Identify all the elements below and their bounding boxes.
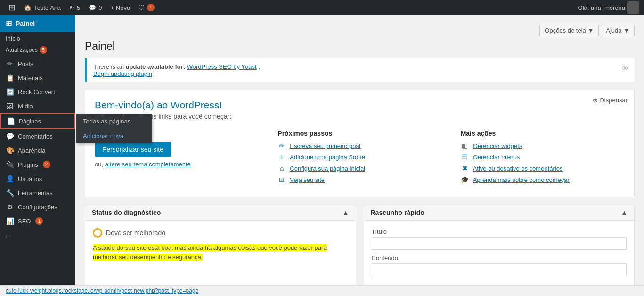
sidebar-item-usuarios[interactable]: 👤 Usuários bbox=[0, 172, 75, 186]
help-button[interactable]: Ajuda ▼ bbox=[601, 25, 635, 36]
seo-label: SEO bbox=[18, 218, 31, 225]
screen-options-button[interactable]: Opções de tela ▼ bbox=[539, 25, 599, 36]
welcome-dismiss-button[interactable]: ⊗ Dispensar bbox=[593, 97, 628, 104]
posts-icon: ✏ bbox=[6, 60, 14, 67]
comentarios-icon: 💬 bbox=[6, 132, 14, 140]
ferramentas-icon: 🔧 bbox=[6, 189, 14, 197]
adminbar-updates[interactable]: ↻ 5 bbox=[65, 0, 84, 15]
view-site-link[interactable]: Veja seu site bbox=[290, 176, 325, 183]
user-avatar[interactable] bbox=[627, 1, 639, 14]
welcome-col-more: Mais ações ▦Gerenciar widgets ☰Gerenciar… bbox=[461, 130, 625, 187]
list-item: ⌂Configura sua página inicial bbox=[277, 164, 441, 172]
sidebar-item-ferramentas[interactable]: 🔧 Ferramentas bbox=[0, 186, 75, 200]
diagnostico-header: Status do diagnóstico ▲ bbox=[85, 205, 356, 221]
rascunho-collapse-button[interactable]: ▲ bbox=[621, 209, 628, 216]
adminbar-comments[interactable]: 💬 0 bbox=[85, 0, 106, 15]
status-circle bbox=[93, 228, 102, 238]
start-section: Personalizar seu site ou, altere seu tem… bbox=[95, 142, 259, 168]
widgets-link[interactable]: Gerenciar widgets bbox=[473, 142, 522, 149]
change-theme-link[interactable]: altere seu tema completamente bbox=[105, 161, 191, 168]
usuarios-label: Usuários bbox=[18, 175, 42, 182]
posts-label: Posts bbox=[18, 60, 33, 67]
plugins-badge: 2 bbox=[43, 161, 50, 168]
sidebar-updates[interactable]: Atualizações 5 bbox=[0, 45, 75, 57]
materiais-label: Materiais bbox=[18, 74, 43, 82]
brand-label: Painel bbox=[16, 20, 35, 27]
sidebar-item-midia[interactable]: 🖼 Mídia bbox=[0, 99, 75, 113]
customize-site-button[interactable]: Personalizar seu site bbox=[95, 142, 171, 157]
plugins-label: Plugins bbox=[18, 161, 38, 168]
dropdown-adicionar-nova[interactable]: Adicionar nova bbox=[76, 129, 152, 143]
adminbar-new[interactable]: + Novo bbox=[107, 0, 134, 15]
view-site-icon: ⊡ bbox=[277, 176, 286, 183]
paginas-icon: 📄 bbox=[7, 117, 15, 125]
rascunho-panel: Rascunho rápido ▲ Título Conteúdo bbox=[364, 205, 635, 289]
sidebar-item-plugins[interactable]: 🔌 Plugins 2 bbox=[0, 157, 75, 172]
list-item: ☰Gerenciar menus bbox=[461, 153, 625, 161]
adminbar-right: Olá, ana_moreira bbox=[578, 1, 639, 14]
comments-toggle-link[interactable]: Ative ou desative os comentários bbox=[473, 165, 563, 172]
titulo-label: Título bbox=[372, 228, 627, 235]
add-page-link[interactable]: Adicione uma página Sobre bbox=[290, 154, 365, 161]
wp-wrap: ⊞ Painel Início Atualizações 5 ✏ Posts 📋… bbox=[0, 15, 644, 296]
adminbar-site-name[interactable]: 🏠 Teste Ana bbox=[20, 0, 65, 15]
learn-link[interactable]: Aprenda mais sobre como começar bbox=[473, 176, 570, 183]
conteudo-label: Conteúdo bbox=[372, 255, 627, 262]
list-item: ✏Escreva seu primeiro post bbox=[277, 142, 441, 149]
write-post-link[interactable]: Escreva seu primeiro post bbox=[290, 142, 360, 149]
sidebar-item-posts[interactable]: ✏ Posts bbox=[0, 57, 75, 71]
paginas-dropdown: Todas as páginas Adicionar nova bbox=[76, 114, 152, 143]
welcome-title: Bem-vindo(a) ao WordPress! bbox=[95, 99, 625, 111]
footer-url[interactable]: cute-luck-weight.blogs.rockstage.io/wp-a… bbox=[6, 288, 198, 294]
conteudo-input[interactable] bbox=[372, 263, 627, 276]
rock-convert-icon: 🔄 bbox=[6, 88, 14, 96]
start-or-text: ou, altere seu tema completamente bbox=[95, 161, 191, 168]
usuarios-icon: 👤 bbox=[6, 175, 14, 182]
sidebar-item-more[interactable]: ... bbox=[0, 228, 75, 242]
sidebar-item-seo[interactable]: 📊 SEO 1 bbox=[0, 214, 75, 228]
comments-icon: 💬 bbox=[89, 4, 96, 11]
menus-icon: ☰ bbox=[461, 153, 469, 161]
more-label: ... bbox=[6, 231, 11, 238]
front-page-link[interactable]: Configura sua página inicial bbox=[290, 165, 365, 172]
sidebar-item-configuracoes[interactable]: ⚙ Configurações bbox=[0, 200, 75, 214]
sidebar: ⊞ Painel Início Atualizações 5 ✏ Posts 📋… bbox=[0, 15, 75, 296]
midia-label: Mídia bbox=[18, 103, 33, 110]
titulo-input[interactable] bbox=[372, 237, 627, 250]
list-item: ▦Gerenciar widgets bbox=[461, 142, 625, 149]
diagnostico-title: Status do diagnóstico bbox=[92, 209, 161, 216]
sidebar-item-inicio[interactable]: Início bbox=[0, 32, 75, 45]
next-steps-list: ✏Escreva seu primeiro post +Adicione uma… bbox=[277, 142, 441, 183]
sidebar-item-aparencia[interactable]: 🎨 Aparência bbox=[0, 143, 75, 157]
notice-close-button[interactable]: ⊗ bbox=[622, 63, 628, 72]
menus-link[interactable]: Gerenciar menus bbox=[473, 154, 520, 161]
atualizacoes-label: Atualizações bbox=[6, 47, 38, 53]
adminbar-plugin[interactable]: 🛡 1 bbox=[135, 0, 158, 15]
page-title: Painel bbox=[85, 40, 635, 53]
notice-update-link[interactable]: Begin updating plugin bbox=[93, 70, 152, 77]
adminbar-wp-logo[interactable]: ⊞ bbox=[5, 0, 19, 15]
notice-plugin-link[interactable]: WordPress SEO by Yoast bbox=[187, 63, 257, 70]
sidebar-brand[interactable]: ⊞ Painel bbox=[0, 15, 75, 32]
conteudo-field: Conteúdo bbox=[372, 255, 627, 276]
diagnostico-collapse-button[interactable]: ▲ bbox=[342, 209, 349, 216]
atualizacoes-badge: 5 bbox=[40, 46, 47, 54]
site-name-label: Teste Ana bbox=[34, 4, 61, 11]
sidebar-item-paginas[interactable]: 📄 Páginas Todas as páginas Adicionar nov… bbox=[0, 113, 75, 129]
aparencia-label: Aparência bbox=[18, 147, 46, 154]
seo-badge: 1 bbox=[35, 217, 43, 225]
notice-prefix: There is an update available for: bbox=[93, 63, 187, 70]
front-page-icon: ⌂ bbox=[277, 164, 286, 172]
user-greeting: Olá, ana_moreira bbox=[578, 4, 625, 11]
screen-options-row: Opções de tela ▼ Ajuda ▼ bbox=[85, 25, 635, 36]
list-item: 🎓Aprenda mais sobre como começar bbox=[461, 176, 625, 183]
wp-footer: cute-luck-weight.blogs.rockstage.io/wp-a… bbox=[0, 285, 644, 296]
welcome-col-next: Próximos passos ✏Escreva seu primeiro po… bbox=[277, 130, 441, 187]
sidebar-item-materiais[interactable]: 📋 Materiais bbox=[0, 71, 75, 85]
seo-icon: 📊 bbox=[6, 217, 14, 225]
add-page-icon: + bbox=[277, 153, 286, 161]
sidebar-item-comentarios[interactable]: 💬 Comentários bbox=[0, 129, 75, 143]
configuracoes-icon: ⚙ bbox=[6, 203, 14, 211]
dropdown-todas-paginas[interactable]: Todas as páginas bbox=[76, 114, 152, 129]
sidebar-item-rock-convert[interactable]: 🔄 Rock Convert bbox=[0, 85, 75, 99]
